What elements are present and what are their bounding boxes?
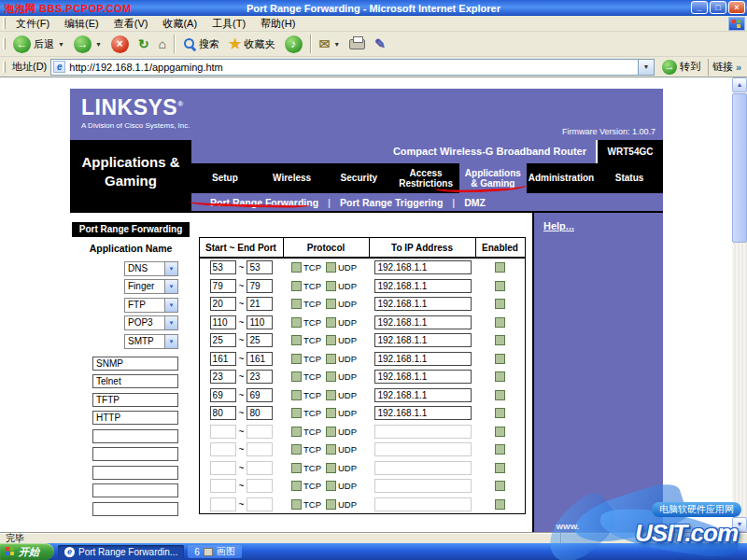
ip-address-input[interactable] bbox=[374, 279, 472, 293]
tcp-checkbox[interactable] bbox=[291, 408, 302, 418]
menu-tools[interactable]: 工具(T) bbox=[204, 16, 253, 32]
chevron-down-icon[interactable]: ▼ bbox=[164, 299, 177, 312]
end-port-input[interactable] bbox=[247, 406, 273, 420]
tcp-checkbox[interactable] bbox=[291, 299, 302, 309]
enabled-checkbox[interactable] bbox=[495, 262, 505, 273]
address-dropdown-icon[interactable]: ▼ bbox=[638, 60, 654, 75]
refresh-button[interactable]: ↻ bbox=[134, 33, 154, 55]
ip-address-input[interactable] bbox=[374, 497, 472, 511]
application-name-input[interactable] bbox=[92, 466, 178, 480]
minimize-button[interactable]: _ bbox=[691, 1, 708, 14]
tab-security[interactable]: Security bbox=[325, 163, 392, 193]
application-select[interactable]: SMTP▼ bbox=[124, 334, 178, 349]
end-port-input[interactable] bbox=[247, 297, 273, 311]
udp-checkbox[interactable] bbox=[326, 444, 336, 455]
application-select[interactable]: POP3▼ bbox=[124, 315, 178, 330]
ip-address-input[interactable] bbox=[374, 315, 472, 329]
subtab-dmz[interactable]: DMZ bbox=[455, 197, 495, 208]
end-port-input[interactable] bbox=[247, 279, 273, 293]
start-port-input[interactable] bbox=[210, 279, 236, 293]
favorites-button[interactable]: ★ 收藏夹 bbox=[224, 33, 279, 55]
application-name-input[interactable] bbox=[92, 483, 178, 497]
end-port-input[interactable] bbox=[247, 388, 273, 402]
back-dropdown-icon[interactable]: ▼ bbox=[58, 41, 64, 48]
scrollbar-thumb[interactable] bbox=[732, 93, 747, 243]
toolbar-grip[interactable] bbox=[3, 38, 6, 49]
tcp-checkbox[interactable] bbox=[291, 499, 302, 510]
links-chevron-icon[interactable]: » bbox=[736, 62, 741, 73]
scroll-down-icon[interactable]: ▼ bbox=[732, 517, 747, 532]
udp-checkbox[interactable] bbox=[326, 335, 336, 345]
menu-edit[interactable]: 编辑(E) bbox=[57, 16, 106, 32]
application-name-input[interactable] bbox=[92, 447, 178, 461]
application-name-input[interactable] bbox=[92, 502, 178, 516]
enabled-checkbox[interactable] bbox=[495, 354, 505, 364]
udp-checkbox[interactable] bbox=[326, 463, 336, 473]
udp-checkbox[interactable] bbox=[326, 317, 336, 328]
taskbar-item-paint-group[interactable]: 6 画图 bbox=[188, 545, 242, 558]
vertical-scrollbar[interactable]: ▲ ▼ bbox=[732, 77, 747, 532]
enabled-checkbox[interactable] bbox=[495, 463, 505, 473]
udp-checkbox[interactable] bbox=[326, 427, 336, 437]
ip-address-input[interactable] bbox=[374, 370, 472, 384]
mail-dropdown-icon[interactable]: ▼ bbox=[333, 41, 340, 48]
tcp-checkbox[interactable] bbox=[291, 371, 302, 382]
ip-address-input[interactable] bbox=[374, 479, 472, 493]
udp-checkbox[interactable] bbox=[326, 481, 336, 491]
tcp-checkbox[interactable] bbox=[291, 444, 302, 455]
start-port-input[interactable] bbox=[210, 370, 236, 384]
start-port-input[interactable] bbox=[210, 333, 236, 347]
chevron-down-icon[interactable]: ▼ bbox=[164, 280, 177, 293]
application-select[interactable]: FTP▼ bbox=[124, 298, 178, 313]
tcp-checkbox[interactable] bbox=[291, 262, 302, 273]
udp-checkbox[interactable] bbox=[326, 299, 336, 309]
start-port-input[interactable] bbox=[210, 425, 236, 439]
print-button[interactable] bbox=[345, 33, 370, 55]
start-port-input[interactable] bbox=[210, 260, 236, 274]
enabled-checkbox[interactable] bbox=[495, 499, 505, 510]
start-port-input[interactable] bbox=[210, 479, 236, 493]
media-button[interactable]: ♪ bbox=[280, 33, 307, 55]
end-port-input[interactable] bbox=[247, 442, 273, 456]
ip-address-input[interactable] bbox=[374, 352, 472, 366]
udp-checkbox[interactable] bbox=[326, 262, 336, 273]
chevron-down-icon[interactable]: ▼ bbox=[164, 335, 177, 348]
toolbar-grip[interactable] bbox=[3, 18, 6, 29]
tcp-checkbox[interactable] bbox=[291, 354, 302, 364]
tab-status[interactable]: Status bbox=[596, 163, 663, 193]
tcp-checkbox[interactable] bbox=[291, 463, 302, 473]
tcp-checkbox[interactable] bbox=[291, 481, 302, 491]
udp-checkbox[interactable] bbox=[326, 390, 336, 400]
enabled-checkbox[interactable] bbox=[495, 371, 505, 382]
enabled-checkbox[interactable] bbox=[495, 335, 505, 345]
udp-checkbox[interactable] bbox=[326, 354, 336, 364]
close-button[interactable]: × bbox=[728, 1, 745, 14]
enabled-checkbox[interactable] bbox=[495, 390, 505, 400]
enabled-checkbox[interactable] bbox=[495, 281, 505, 291]
enabled-checkbox[interactable] bbox=[495, 481, 505, 491]
tcp-checkbox[interactable] bbox=[291, 335, 302, 345]
start-port-input[interactable] bbox=[210, 388, 236, 402]
application-select[interactable]: Finger▼ bbox=[124, 279, 178, 294]
enabled-checkbox[interactable] bbox=[495, 317, 505, 328]
toolbar-grip[interactable] bbox=[3, 62, 6, 73]
start-port-input[interactable] bbox=[210, 497, 236, 511]
end-port-input[interactable] bbox=[247, 479, 273, 493]
enabled-checkbox[interactable] bbox=[495, 408, 505, 418]
ip-address-input[interactable] bbox=[374, 260, 472, 274]
end-port-input[interactable] bbox=[247, 497, 273, 511]
application-name-input[interactable] bbox=[92, 374, 178, 388]
chevron-down-icon[interactable]: ▼ bbox=[164, 316, 177, 329]
end-port-input[interactable] bbox=[247, 315, 273, 329]
tcp-checkbox[interactable] bbox=[291, 317, 302, 328]
application-name-input[interactable] bbox=[92, 429, 178, 443]
ip-address-input[interactable] bbox=[374, 425, 472, 439]
chevron-down-icon[interactable]: ▼ bbox=[164, 262, 177, 275]
end-port-input[interactable] bbox=[247, 370, 273, 384]
start-port-input[interactable] bbox=[210, 442, 236, 456]
menu-file[interactable]: 文件(F) bbox=[8, 16, 57, 32]
ip-address-input[interactable] bbox=[374, 442, 472, 456]
ip-address-input[interactable] bbox=[374, 388, 472, 402]
udp-checkbox[interactable] bbox=[326, 408, 336, 418]
mail-button[interactable]: ✉ ▼ bbox=[315, 33, 345, 55]
